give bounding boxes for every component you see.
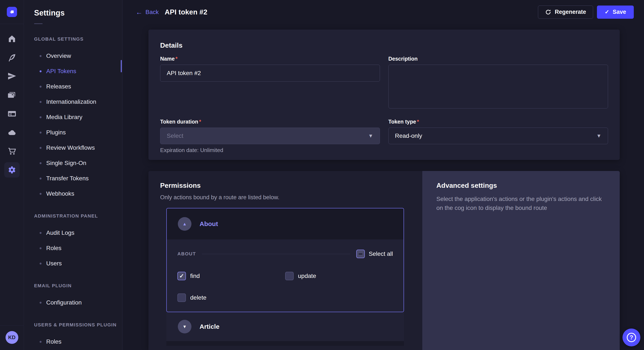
subnav-scrollbar-thumb[interactable] xyxy=(121,60,122,72)
name-label: Name* xyxy=(160,56,380,62)
sidebar-item-webhooks[interactable]: Webhooks xyxy=(34,186,122,201)
bullet-icon xyxy=(40,162,42,164)
page-title: API token #2 xyxy=(164,8,207,16)
bullet-icon xyxy=(40,177,42,179)
action-find[interactable]: ✓ find xyxy=(178,272,285,280)
select-all-label: Select all xyxy=(369,250,393,257)
permissions-panel: Permissions Only actions bound by a rout… xyxy=(148,171,422,350)
bullet-icon xyxy=(40,263,42,265)
cloud-icon[interactable] xyxy=(0,123,24,142)
back-label: Back xyxy=(146,9,159,15)
description-label: Description xyxy=(388,56,608,62)
back-link[interactable]: ← Back xyxy=(136,9,159,15)
regenerate-button[interactable]: Regenerate xyxy=(538,5,593,19)
sidebar-item-single-sign-on[interactable]: Single Sign-On xyxy=(34,156,122,171)
sidebar-bottom: KD xyxy=(0,326,24,350)
expiration-hint: Expiration date: Unlimited xyxy=(160,147,380,154)
accordion-about-header[interactable]: ▲ About xyxy=(167,208,404,239)
token-type-field-group: Token type* Read-only ▼ xyxy=(388,119,608,154)
check-icon: ✓ xyxy=(604,9,609,15)
section-label-email-plugin: EMAIL PLUGIN xyxy=(34,283,122,289)
details-heading: Details xyxy=(160,41,608,49)
delete-checkbox[interactable] xyxy=(178,293,186,302)
back-arrow-icon: ← xyxy=(136,9,142,15)
token-type-value: Read-only xyxy=(395,133,422,139)
about-section-row: ABOUT Select all xyxy=(178,248,393,260)
refresh-icon xyxy=(545,9,551,15)
action-delete[interactable]: delete xyxy=(178,293,285,302)
sidebar-item-overview[interactable]: Overview xyxy=(34,48,122,64)
sidebar-item-internationalization[interactable]: Internationalization xyxy=(34,94,122,110)
sidebar-item-releases[interactable]: Releases xyxy=(34,79,122,94)
save-button[interactable]: ✓ Save xyxy=(597,5,634,19)
token-duration-field-group: Token duration* Select ▼ Expiration date… xyxy=(160,119,380,154)
details-card: Details Name* Description xyxy=(148,29,620,160)
bullet-icon xyxy=(40,232,42,234)
token-duration-select[interactable]: Select ▼ xyxy=(160,128,380,144)
advanced-settings-body: Select the application's actions or the … xyxy=(436,194,605,212)
required-asterisk: * xyxy=(199,119,201,125)
accordion-about: ▲ About ABOUT Select al xyxy=(166,208,404,312)
advanced-settings-heading: Advanced settings xyxy=(436,181,605,189)
active-icon-pill xyxy=(4,162,20,177)
bullet-icon xyxy=(40,341,42,343)
help-button[interactable]: ? xyxy=(622,329,640,347)
sidebar-item-admin-roles[interactable]: Roles xyxy=(34,240,122,256)
section-label-users-permissions-plugin: USERS & PERMISSIONS PLUGIN xyxy=(34,322,122,328)
sidebar-item-transfer-tokens[interactable]: Transfer Tokens xyxy=(34,171,122,186)
paper-plane-icon[interactable] xyxy=(0,67,24,86)
sidebar-item-audit-logs[interactable]: Audit Logs xyxy=(34,225,122,240)
users-permissions-list: Roles Providers xyxy=(34,334,122,350)
subnav-title: Settings xyxy=(34,8,122,17)
name-field-group: Name* xyxy=(160,56,380,109)
main-area: ← Back API token #2 Regenerate ✓ Save De… xyxy=(122,0,644,350)
sidebar-item-review-workflows[interactable]: Review Workflows xyxy=(34,140,122,156)
permissions-heading: Permissions xyxy=(160,181,422,189)
home-icon[interactable] xyxy=(0,29,24,48)
sidebar-item-api-tokens[interactable]: API Tokens xyxy=(34,64,122,79)
sidebar-item-up-roles[interactable]: Roles xyxy=(34,334,122,349)
find-label: find xyxy=(190,273,200,279)
strapi-logo[interactable] xyxy=(7,7,17,17)
select-all-checkbox[interactable] xyxy=(356,250,365,258)
action-update[interactable]: update xyxy=(285,272,393,280)
bullet-icon xyxy=(40,55,42,57)
accordion-about-title: About xyxy=(200,220,218,227)
marketplace-cart-icon[interactable] xyxy=(0,142,24,161)
bullet-icon xyxy=(40,70,42,72)
permissions-accordion-group: ▲ About ABOUT Select al xyxy=(166,208,404,346)
question-circle-icon: ? xyxy=(627,333,636,342)
sidebar-item-media-library[interactable]: Media Library xyxy=(34,110,122,125)
sidebar-item-admin-users[interactable]: Users xyxy=(34,256,122,271)
about-actions-grid: ✓ find update delete xyxy=(178,272,393,302)
name-input[interactable] xyxy=(160,65,380,82)
description-textarea[interactable] xyxy=(388,65,608,108)
bullet-icon xyxy=(40,116,42,118)
bullet-icon xyxy=(40,247,42,249)
global-settings-list: Overview API Tokens Releases Internation… xyxy=(34,48,122,201)
settings-gear-icon[interactable] xyxy=(0,161,24,179)
bullet-icon xyxy=(40,132,42,134)
token-duration-label: Token duration* xyxy=(160,119,380,125)
expand-chevron-button[interactable]: ▼ xyxy=(178,320,192,334)
sidebar-item-plugins[interactable]: Plugins xyxy=(34,125,122,140)
update-checkbox[interactable] xyxy=(285,272,294,280)
collapse-chevron-button[interactable]: ▲ xyxy=(178,217,192,231)
regenerate-label: Regenerate xyxy=(555,9,586,15)
save-label: Save xyxy=(613,9,626,15)
sidebar-item-email-configuration[interactable]: Configuration xyxy=(34,295,122,310)
accordion-article-header[interactable]: ▼ Article xyxy=(166,312,404,341)
select-all-control[interactable]: Select all xyxy=(356,250,393,258)
token-type-select[interactable]: Read-only ▼ xyxy=(388,128,608,144)
media-library-icon[interactable] xyxy=(0,86,24,104)
sidebar-icon-list xyxy=(0,29,24,179)
details-fields-grid: Name* Description Token duration* xyxy=(160,56,608,154)
next-accordion-partial xyxy=(166,341,404,346)
content-feather-icon[interactable] xyxy=(0,48,24,67)
find-checkbox[interactable]: ✓ xyxy=(178,272,186,280)
chevron-up-icon: ▲ xyxy=(182,222,187,226)
chevron-down-icon: ▼ xyxy=(182,324,187,329)
user-avatar[interactable]: KD xyxy=(6,331,18,344)
layout-icon[interactable] xyxy=(0,104,24,123)
accordion-article-title: Article xyxy=(200,323,219,330)
